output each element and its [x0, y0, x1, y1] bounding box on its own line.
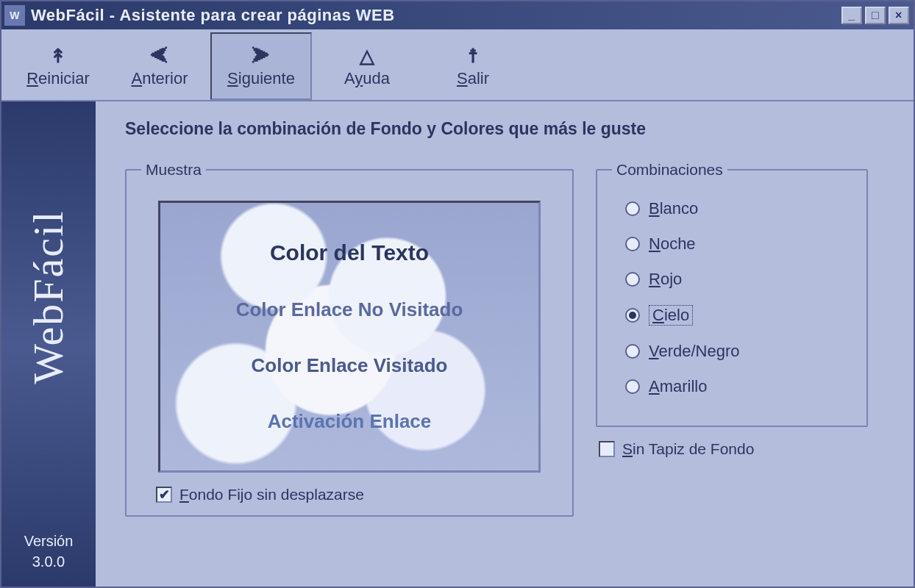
muestra-legend: Muestra: [141, 161, 206, 179]
radio-icon: [625, 308, 640, 323]
minimize-button[interactable]: _: [841, 7, 862, 24]
sidebar: WebFácil Versión 3.0.0: [1, 101, 96, 587]
preview-text-color: Color del Texto: [270, 240, 429, 265]
anterior-label-rest: nterior: [142, 69, 188, 87]
radio-list: Blanco Noche Rojo: [612, 193, 852, 414]
version-block: Versión 3.0.0: [24, 531, 74, 572]
maximize-button[interactable]: □: [865, 7, 886, 24]
version-value: 3.0.0: [24, 551, 74, 572]
fixed-bg-label-rest: ondo Fijo sin desplazarse: [189, 486, 364, 503]
panels-row: Muestra Color del Texto Color Enlace No …: [125, 161, 893, 517]
up-arrow-icon: ↟: [46, 46, 71, 66]
sin-tapiz-checkbox[interactable]: [599, 441, 615, 457]
muestra-group: Muestra Color del Texto Color Enlace No …: [125, 161, 574, 517]
siguiente-label-rest: iguiente: [238, 69, 295, 87]
radio-icon: [625, 344, 640, 359]
reiniciar-button[interactable]: ↟ Reiniciar: [7, 32, 109, 100]
combinaciones-group: Combinaciones Blanco Noche: [596, 161, 868, 427]
app-window: W WebFácil - Asistente para crear página…: [0, 0, 915, 588]
combinaciones-legend: Combinaciones: [612, 161, 727, 179]
anterior-button[interactable]: ⮜ Anterior: [109, 32, 210, 100]
preview-link-visited: Color Enlace Visitado: [252, 354, 448, 377]
app-logo: WebFácil: [29, 210, 68, 384]
radio-verdenegro[interactable]: Verde/Negro: [625, 342, 849, 361]
siguiente-button[interactable]: ⮞ Siguiente: [210, 32, 312, 100]
preview-link-unvisited: Color Enlace No Visitado: [236, 298, 463, 321]
back-arrow-icon: ⮜: [147, 46, 172, 66]
content-area: Seleccione la combinación de Fondo y Col…: [96, 101, 914, 587]
version-label: Versión: [24, 531, 74, 551]
preview-box: Color del Texto Color Enlace No Visitado…: [158, 201, 541, 473]
help-icon: △: [355, 46, 380, 66]
sin-tapiz-row[interactable]: Sin Tapiz de Fondo: [599, 440, 868, 458]
fixed-bg-row[interactable]: ✔ Fondo Fijo sin desplazarse: [156, 486, 558, 503]
close-button[interactable]: ×: [889, 7, 909, 24]
radio-icon: [625, 201, 640, 216]
sin-tapiz-label-rest: in Tapiz de Fondo: [633, 440, 754, 457]
titlebar: W WebFácil - Asistente para crear página…: [1, 1, 914, 29]
forward-arrow-icon: ⮞: [249, 46, 274, 66]
radio-blanco[interactable]: Blanco: [625, 199, 849, 218]
ayuda-button[interactable]: △ Ayuda: [312, 32, 422, 100]
combinaciones-column: Combinaciones Blanco Noche: [596, 161, 868, 517]
radio-noche[interactable]: Noche: [625, 234, 849, 254]
salir-button[interactable]: ☨ Salir: [422, 32, 524, 100]
radio-amarillo[interactable]: Amarillo: [625, 377, 849, 396]
radio-rojo[interactable]: Rojo: [625, 270, 849, 289]
exit-icon: ☨: [460, 46, 485, 66]
app-icon: W: [4, 5, 25, 26]
page-heading: Seleccione la combinación de Fondo y Col…: [125, 119, 893, 139]
ayuda-label-rest: uda: [363, 69, 390, 87]
toolbar: ↟ Reiniciar ⮜ Anterior ⮞ Siguiente △ Ayu…: [1, 29, 914, 101]
salir-label-rest: alir: [468, 69, 489, 87]
fixed-bg-checkbox[interactable]: ✔: [156, 487, 172, 503]
preview-link-active: Activación Enlace: [268, 410, 432, 433]
radio-icon: [625, 237, 640, 251]
window-title: WebFácil - Asistente para crear páginas …: [31, 6, 839, 25]
reiniciar-label-rest: einiciar: [38, 69, 90, 87]
radio-cielo[interactable]: Cielo: [625, 305, 849, 326]
radio-icon: [625, 272, 640, 287]
body-area: WebFácil Versión 3.0.0 Seleccione la com…: [1, 101, 914, 587]
radio-icon: [625, 379, 640, 394]
